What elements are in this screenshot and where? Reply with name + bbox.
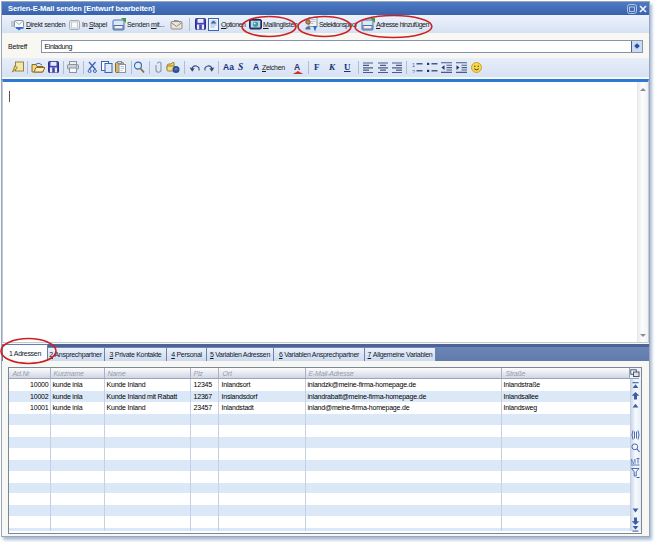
svg-text:1: 1 xyxy=(412,62,415,68)
svg-text:2: 2 xyxy=(412,69,415,74)
svg-text:M: M xyxy=(631,458,636,465)
